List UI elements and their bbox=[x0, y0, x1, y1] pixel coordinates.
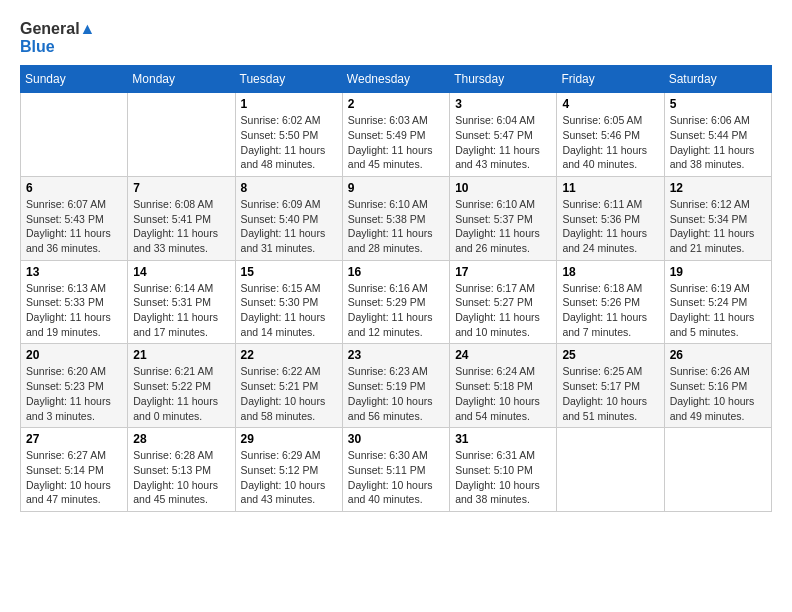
calendar-cell bbox=[128, 93, 235, 177]
day-number: 5 bbox=[670, 97, 766, 111]
cell-text: Sunrise: 6:21 AM Sunset: 5:22 PM Dayligh… bbox=[133, 364, 229, 423]
calendar-cell: 23Sunrise: 6:23 AM Sunset: 5:19 PM Dayli… bbox=[342, 344, 449, 428]
cell-text: Sunrise: 6:22 AM Sunset: 5:21 PM Dayligh… bbox=[241, 364, 337, 423]
cell-text: Sunrise: 6:09 AM Sunset: 5:40 PM Dayligh… bbox=[241, 197, 337, 256]
day-number: 25 bbox=[562, 348, 658, 362]
day-number: 18 bbox=[562, 265, 658, 279]
cell-text: Sunrise: 6:07 AM Sunset: 5:43 PM Dayligh… bbox=[26, 197, 122, 256]
day-number: 11 bbox=[562, 181, 658, 195]
header-cell-tuesday: Tuesday bbox=[235, 66, 342, 93]
calendar-cell: 27Sunrise: 6:27 AM Sunset: 5:14 PM Dayli… bbox=[21, 428, 128, 512]
cell-text: Sunrise: 6:10 AM Sunset: 5:38 PM Dayligh… bbox=[348, 197, 444, 256]
calendar-cell: 30Sunrise: 6:30 AM Sunset: 5:11 PM Dayli… bbox=[342, 428, 449, 512]
cell-text: Sunrise: 6:14 AM Sunset: 5:31 PM Dayligh… bbox=[133, 281, 229, 340]
cell-text: Sunrise: 6:28 AM Sunset: 5:13 PM Dayligh… bbox=[133, 448, 229, 507]
calendar-cell: 20Sunrise: 6:20 AM Sunset: 5:23 PM Dayli… bbox=[21, 344, 128, 428]
cell-text: Sunrise: 6:17 AM Sunset: 5:27 PM Dayligh… bbox=[455, 281, 551, 340]
week-row-5: 27Sunrise: 6:27 AM Sunset: 5:14 PM Dayli… bbox=[21, 428, 772, 512]
cell-text: Sunrise: 6:02 AM Sunset: 5:50 PM Dayligh… bbox=[241, 113, 337, 172]
day-number: 7 bbox=[133, 181, 229, 195]
calendar-cell: 21Sunrise: 6:21 AM Sunset: 5:22 PM Dayli… bbox=[128, 344, 235, 428]
day-number: 24 bbox=[455, 348, 551, 362]
day-number: 12 bbox=[670, 181, 766, 195]
cell-text: Sunrise: 6:15 AM Sunset: 5:30 PM Dayligh… bbox=[241, 281, 337, 340]
header-row: SundayMondayTuesdayWednesdayThursdayFrid… bbox=[21, 66, 772, 93]
cell-text: Sunrise: 6:06 AM Sunset: 5:44 PM Dayligh… bbox=[670, 113, 766, 172]
calendar-cell bbox=[557, 428, 664, 512]
day-number: 16 bbox=[348, 265, 444, 279]
calendar-cell: 10Sunrise: 6:10 AM Sunset: 5:37 PM Dayli… bbox=[450, 176, 557, 260]
cell-text: Sunrise: 6:13 AM Sunset: 5:33 PM Dayligh… bbox=[26, 281, 122, 340]
calendar-cell: 4Sunrise: 6:05 AM Sunset: 5:46 PM Daylig… bbox=[557, 93, 664, 177]
calendar-cell: 7Sunrise: 6:08 AM Sunset: 5:41 PM Daylig… bbox=[128, 176, 235, 260]
calendar-cell: 13Sunrise: 6:13 AM Sunset: 5:33 PM Dayli… bbox=[21, 260, 128, 344]
cell-text: Sunrise: 6:23 AM Sunset: 5:19 PM Dayligh… bbox=[348, 364, 444, 423]
day-number: 19 bbox=[670, 265, 766, 279]
calendar-cell: 3Sunrise: 6:04 AM Sunset: 5:47 PM Daylig… bbox=[450, 93, 557, 177]
calendar-cell: 12Sunrise: 6:12 AM Sunset: 5:34 PM Dayli… bbox=[664, 176, 771, 260]
logo-general: General▲ bbox=[20, 20, 95, 38]
day-number: 4 bbox=[562, 97, 658, 111]
calendar-cell: 5Sunrise: 6:06 AM Sunset: 5:44 PM Daylig… bbox=[664, 93, 771, 177]
calendar-cell bbox=[664, 428, 771, 512]
header-cell-sunday: Sunday bbox=[21, 66, 128, 93]
day-number: 3 bbox=[455, 97, 551, 111]
day-number: 29 bbox=[241, 432, 337, 446]
calendar-cell: 24Sunrise: 6:24 AM Sunset: 5:18 PM Dayli… bbox=[450, 344, 557, 428]
calendar-cell: 18Sunrise: 6:18 AM Sunset: 5:26 PM Dayli… bbox=[557, 260, 664, 344]
day-number: 10 bbox=[455, 181, 551, 195]
cell-text: Sunrise: 6:20 AM Sunset: 5:23 PM Dayligh… bbox=[26, 364, 122, 423]
cell-text: Sunrise: 6:18 AM Sunset: 5:26 PM Dayligh… bbox=[562, 281, 658, 340]
logo: General▲ Blue bbox=[20, 20, 95, 55]
cell-text: Sunrise: 6:24 AM Sunset: 5:18 PM Dayligh… bbox=[455, 364, 551, 423]
header-cell-wednesday: Wednesday bbox=[342, 66, 449, 93]
calendar-cell: 25Sunrise: 6:25 AM Sunset: 5:17 PM Dayli… bbox=[557, 344, 664, 428]
cell-text: Sunrise: 6:12 AM Sunset: 5:34 PM Dayligh… bbox=[670, 197, 766, 256]
week-row-3: 13Sunrise: 6:13 AM Sunset: 5:33 PM Dayli… bbox=[21, 260, 772, 344]
week-row-2: 6Sunrise: 6:07 AM Sunset: 5:43 PM Daylig… bbox=[21, 176, 772, 260]
calendar-cell: 14Sunrise: 6:14 AM Sunset: 5:31 PM Dayli… bbox=[128, 260, 235, 344]
cell-text: Sunrise: 6:16 AM Sunset: 5:29 PM Dayligh… bbox=[348, 281, 444, 340]
cell-text: Sunrise: 6:31 AM Sunset: 5:10 PM Dayligh… bbox=[455, 448, 551, 507]
calendar-cell: 31Sunrise: 6:31 AM Sunset: 5:10 PM Dayli… bbox=[450, 428, 557, 512]
cell-text: Sunrise: 6:27 AM Sunset: 5:14 PM Dayligh… bbox=[26, 448, 122, 507]
calendar-cell bbox=[21, 93, 128, 177]
day-number: 13 bbox=[26, 265, 122, 279]
cell-text: Sunrise: 6:25 AM Sunset: 5:17 PM Dayligh… bbox=[562, 364, 658, 423]
header-cell-friday: Friday bbox=[557, 66, 664, 93]
cell-text: Sunrise: 6:19 AM Sunset: 5:24 PM Dayligh… bbox=[670, 281, 766, 340]
day-number: 15 bbox=[241, 265, 337, 279]
calendar-cell: 28Sunrise: 6:28 AM Sunset: 5:13 PM Dayli… bbox=[128, 428, 235, 512]
calendar-table: SundayMondayTuesdayWednesdayThursdayFrid… bbox=[20, 65, 772, 512]
cell-text: Sunrise: 6:30 AM Sunset: 5:11 PM Dayligh… bbox=[348, 448, 444, 507]
cell-text: Sunrise: 6:04 AM Sunset: 5:47 PM Dayligh… bbox=[455, 113, 551, 172]
day-number: 9 bbox=[348, 181, 444, 195]
calendar-cell: 1Sunrise: 6:02 AM Sunset: 5:50 PM Daylig… bbox=[235, 93, 342, 177]
day-number: 1 bbox=[241, 97, 337, 111]
calendar-cell: 19Sunrise: 6:19 AM Sunset: 5:24 PM Dayli… bbox=[664, 260, 771, 344]
calendar-cell: 26Sunrise: 6:26 AM Sunset: 5:16 PM Dayli… bbox=[664, 344, 771, 428]
cell-text: Sunrise: 6:08 AM Sunset: 5:41 PM Dayligh… bbox=[133, 197, 229, 256]
day-number: 17 bbox=[455, 265, 551, 279]
calendar-cell: 29Sunrise: 6:29 AM Sunset: 5:12 PM Dayli… bbox=[235, 428, 342, 512]
day-number: 26 bbox=[670, 348, 766, 362]
page-header: General▲ Blue bbox=[20, 20, 772, 55]
day-number: 6 bbox=[26, 181, 122, 195]
day-number: 27 bbox=[26, 432, 122, 446]
day-number: 31 bbox=[455, 432, 551, 446]
header-cell-saturday: Saturday bbox=[664, 66, 771, 93]
day-number: 30 bbox=[348, 432, 444, 446]
cell-text: Sunrise: 6:11 AM Sunset: 5:36 PM Dayligh… bbox=[562, 197, 658, 256]
cell-text: Sunrise: 6:26 AM Sunset: 5:16 PM Dayligh… bbox=[670, 364, 766, 423]
cell-text: Sunrise: 6:03 AM Sunset: 5:49 PM Dayligh… bbox=[348, 113, 444, 172]
cell-text: Sunrise: 6:05 AM Sunset: 5:46 PM Dayligh… bbox=[562, 113, 658, 172]
cell-text: Sunrise: 6:10 AM Sunset: 5:37 PM Dayligh… bbox=[455, 197, 551, 256]
calendar-cell: 22Sunrise: 6:22 AM Sunset: 5:21 PM Dayli… bbox=[235, 344, 342, 428]
week-row-4: 20Sunrise: 6:20 AM Sunset: 5:23 PM Dayli… bbox=[21, 344, 772, 428]
calendar-cell: 2Sunrise: 6:03 AM Sunset: 5:49 PM Daylig… bbox=[342, 93, 449, 177]
cell-text: Sunrise: 6:29 AM Sunset: 5:12 PM Dayligh… bbox=[241, 448, 337, 507]
week-row-1: 1Sunrise: 6:02 AM Sunset: 5:50 PM Daylig… bbox=[21, 93, 772, 177]
calendar-cell: 11Sunrise: 6:11 AM Sunset: 5:36 PM Dayli… bbox=[557, 176, 664, 260]
calendar-cell: 6Sunrise: 6:07 AM Sunset: 5:43 PM Daylig… bbox=[21, 176, 128, 260]
header-cell-monday: Monday bbox=[128, 66, 235, 93]
